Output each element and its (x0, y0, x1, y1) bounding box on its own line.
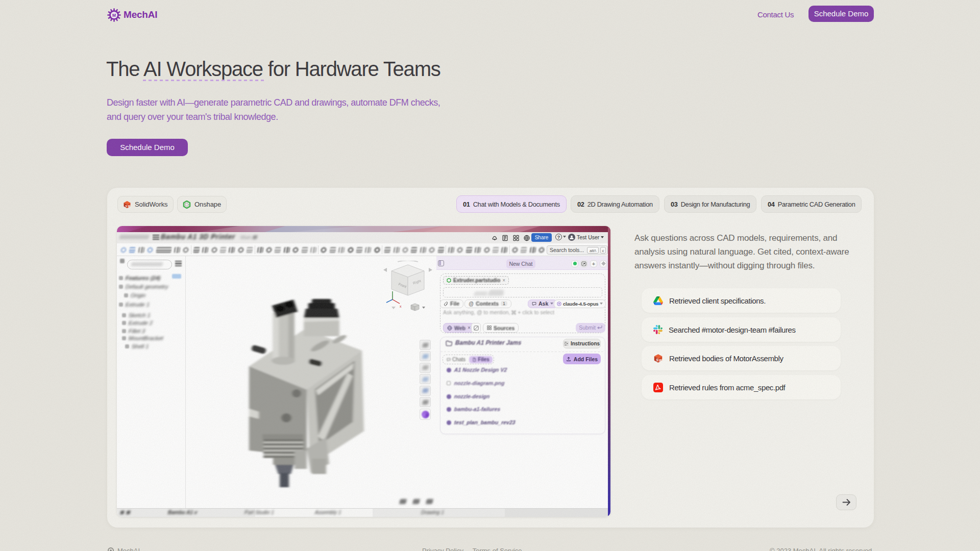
svg-text:M: M (112, 13, 116, 18)
svg-text:S: S (126, 204, 128, 207)
svg-text:x: x (400, 305, 402, 308)
